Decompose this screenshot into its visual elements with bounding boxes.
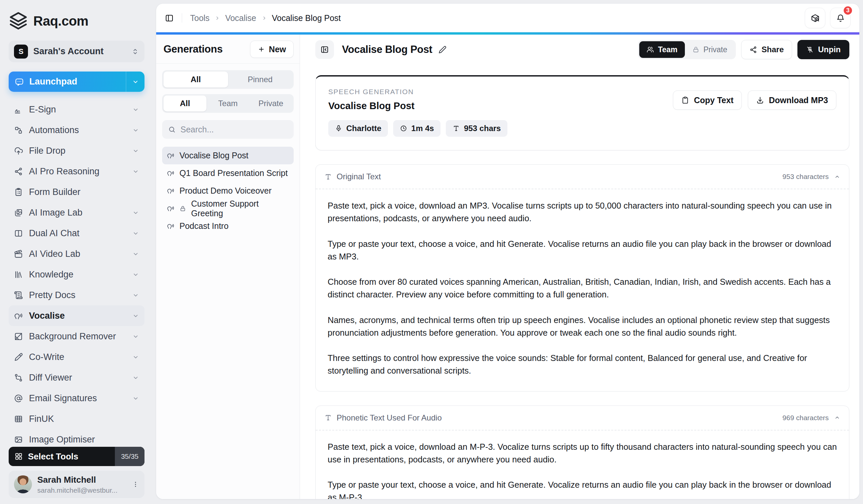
unpin-button[interactable]: Unpin — [797, 40, 849, 59]
sidebar-item-finuk[interactable]: FinUK — [9, 409, 145, 429]
original-text-meta: 953 characters — [783, 173, 840, 181]
tab-pinned[interactable]: Pinned — [228, 72, 293, 88]
generations-header: Generations New — [156, 35, 300, 64]
sidebar-item-label: Co-Write — [29, 352, 64, 362]
user-name: Sarah Mitchell — [37, 475, 117, 485]
breadcrumb: ToolsVocaliseVocalise Blog Post — [190, 13, 341, 23]
pinned-filter-tabs: AllPinned — [162, 70, 294, 89]
notifications-button[interactable]: 3 — [830, 8, 851, 28]
scope-tab-all[interactable]: All — [163, 95, 207, 112]
share-button[interactable]: Share — [741, 40, 792, 59]
generation-item-customer-support-greeting[interactable]: Customer Support Greeting — [162, 199, 294, 217]
grid-icon — [15, 452, 23, 461]
sidebar-item-ai-image-lab[interactable]: AI Image Lab — [9, 202, 145, 223]
topbar: ToolsVocaliseVocalise Blog Post 3 — [156, 4, 859, 32]
scope-tab-team[interactable]: Team — [207, 95, 249, 112]
chevronDown-icon — [132, 312, 139, 319]
type-icon — [324, 414, 332, 422]
esign-icon — [14, 105, 23, 114]
collapse-section-icon[interactable] — [834, 174, 840, 180]
sidebar-item-label: Background Remover — [29, 331, 116, 342]
asset-search-button[interactable] — [805, 8, 825, 28]
search-box[interactable] — [162, 120, 294, 139]
knowledge-icon — [14, 270, 23, 279]
sidebar-item-diff-viewer[interactable]: Diff Viewer — [9, 367, 145, 388]
tab-all[interactable]: All — [163, 72, 228, 88]
breadcrumb-item-tools[interactable]: Tools — [190, 13, 210, 23]
generation-item-product-demo-voiceover[interactable]: Product Demo Voiceover — [162, 182, 294, 199]
duration-badge: 1m 4s — [393, 120, 440, 137]
sidebar-item-background-remover[interactable]: Background Remover — [9, 326, 145, 347]
pin-off-icon — [806, 46, 814, 54]
clipboard-icon — [681, 96, 689, 104]
sidebar-toggle[interactable] — [165, 14, 174, 23]
box-search-icon — [811, 14, 820, 23]
main-shell: ToolsVocaliseVocalise Blog Post 3 Genera… — [153, 0, 863, 504]
visibility-private-button[interactable]: Private — [685, 41, 735, 58]
sidebar-item-pretty-docs[interactable]: Pretty Docs — [9, 285, 145, 306]
select-tools-label: Select Tools — [28, 451, 78, 462]
sidebar-item-image-optimiser[interactable]: Image Optimiser — [9, 429, 145, 445]
sidebar-item-ai-pro-reasoning[interactable]: AI Pro Reasoning — [9, 161, 145, 182]
new-generation-button[interactable]: New — [250, 41, 294, 58]
original-text-body: Paste text, pick a voice, download an MP… — [316, 189, 849, 391]
sidebar-item-automations[interactable]: Automations — [9, 120, 145, 140]
panel-collapse-icon — [320, 45, 329, 54]
chevronDown-icon — [132, 395, 139, 402]
unpin-label: Unpin — [818, 45, 841, 54]
generation-item-label: Podcast Intro — [179, 221, 228, 231]
type-icon — [452, 125, 460, 132]
share-icon — [749, 46, 757, 54]
plus-icon — [258, 46, 265, 53]
imageopt-icon — [14, 435, 23, 444]
search-input[interactable] — [180, 125, 288, 134]
vocalise-icon — [167, 187, 174, 195]
chevronDown-icon — [132, 333, 139, 340]
generation-item-q1-board-presentation-script[interactable]: Q1 Board Presentation Script — [162, 164, 294, 182]
download-mp3-button[interactable]: Download MP3 — [748, 90, 836, 110]
generation-item-vocalise-blog-post[interactable]: Vocalise Blog Post — [162, 147, 294, 164]
sidebar-item-label: AI Image Lab — [29, 208, 83, 218]
collapse-section-icon[interactable] — [834, 414, 840, 421]
original-text-header: Original Text 953 characters — [316, 165, 849, 189]
sidebar-item-label: Dual AI Chat — [29, 228, 79, 238]
breadcrumb-item-vocalise[interactable]: Vocalise — [225, 13, 256, 23]
finuk-icon — [14, 414, 23, 424]
card-eyebrow: SPEECH GENERATION — [328, 88, 508, 96]
paragraph: Type or paste your text, choose a voice,… — [328, 237, 837, 263]
sidebar-item-email-signatures[interactable]: Email Signatures — [9, 388, 145, 409]
sidebar-item-file-drop[interactable]: File Drop — [9, 140, 145, 161]
sidebar-item-vocalise[interactable]: Vocalise — [9, 306, 145, 326]
collapse-panel-button[interactable] — [315, 40, 334, 59]
sidebar-item-form-builder[interactable]: Form Builder — [9, 182, 145, 202]
phonetic-text-header: Phonetic Text Used For Audio 969 charact… — [316, 406, 849, 430]
sidebar-item-e-sign[interactable]: E-Sign — [9, 99, 145, 120]
visibility-team-button[interactable]: Team — [639, 41, 685, 58]
card-badges: Charlotte 1m 4s 953 chars — [328, 120, 508, 137]
sidebar-item-label: File Drop — [29, 146, 66, 156]
new-button-label: New — [269, 44, 286, 54]
launchpad-expand-button[interactable] — [126, 72, 145, 92]
sidebar-item-launchpad[interactable]: Launchpad — [9, 72, 145, 92]
generation-item-podcast-intro[interactable]: Podcast Intro — [162, 217, 294, 235]
generations-panel: Generations New AllPinned AllTeamPrivate — [156, 35, 300, 499]
sidebar-item-co-write[interactable]: Co-Write — [9, 347, 145, 367]
sidebar-item-dual-ai-chat[interactable]: Dual AI Chat — [9, 223, 145, 244]
paragraph: Paste text, pick a voice, download an MP… — [328, 199, 837, 225]
search-icon — [168, 126, 176, 133]
sidebar-item-label: Diff Viewer — [29, 373, 72, 383]
edit-title-button[interactable] — [438, 46, 447, 54]
account-switcher[interactable]: S Sarah's Account — [9, 41, 145, 62]
chevronDown-icon — [132, 147, 139, 154]
more-options-icon[interactable] — [132, 481, 139, 488]
original-text-title-group: Original Text — [324, 172, 381, 181]
copy-text-button[interactable]: Copy Text — [673, 90, 742, 110]
user-card[interactable]: Sarah Mitchell sarah.mitchell@westbur... — [9, 471, 145, 498]
launchpad-label: Launchpad — [29, 77, 77, 87]
sidebar-nav: E-SignAutomationsFile DropAI Pro Reasoni… — [9, 99, 145, 445]
select-tools-button[interactable]: Select Tools 35/35 — [9, 447, 145, 466]
scope-tab-private[interactable]: Private — [249, 95, 292, 112]
sidebar-item-knowledge[interactable]: Knowledge — [9, 264, 145, 285]
sidebar-item-ai-video-lab[interactable]: AI Video Lab — [9, 244, 145, 264]
chat-bubble-icon — [15, 77, 24, 87]
